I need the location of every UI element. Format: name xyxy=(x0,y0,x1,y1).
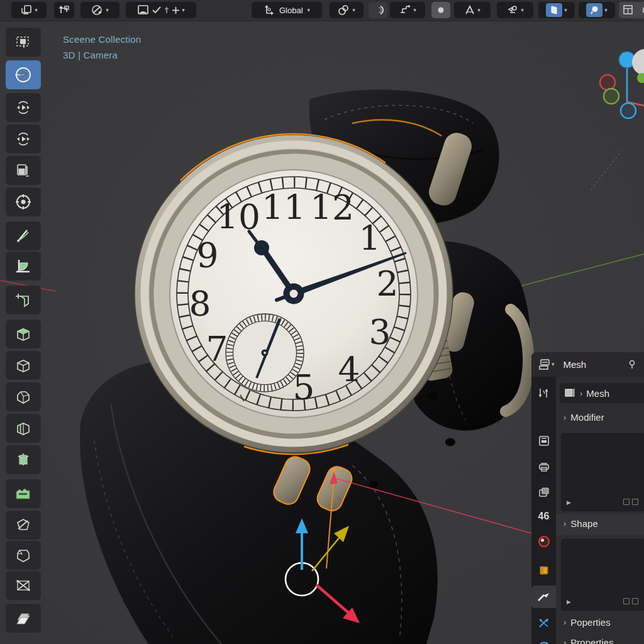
checkmark-icon xyxy=(152,6,162,14)
loop-arrow-icon xyxy=(58,4,70,16)
snap-target-dropdown[interactable]: ▾ xyxy=(390,2,425,18)
tool-rotate[interactable] xyxy=(6,125,41,153)
svg-text:9: 9 xyxy=(197,235,219,275)
transform-orientation-dropdown[interactable]: Global ▾ xyxy=(252,2,322,18)
tool-loop-cut[interactable] xyxy=(6,414,41,443)
tool-annotate[interactable] xyxy=(6,221,41,250)
plus-icon xyxy=(172,6,180,14)
panel-header-modifier[interactable]: › Modifier xyxy=(564,412,604,423)
chevron-down-icon: ▾ xyxy=(106,8,109,13)
mesh-data-icon xyxy=(564,387,576,399)
chevron-down-icon: ▾ xyxy=(477,8,480,13)
editor-type-button[interactable]: ▾ xyxy=(11,2,47,18)
tool-transform[interactable] xyxy=(6,156,41,185)
play-icon[interactable]: ▶ xyxy=(567,599,571,605)
nav-axis-z-neg[interactable] xyxy=(621,103,636,118)
tool-smooth[interactable] xyxy=(6,479,41,508)
magnet-icon xyxy=(372,4,384,16)
pivot-point-dropdown[interactable]: ▾ xyxy=(330,2,364,18)
panel-header-properties-2[interactable]: › Properties xyxy=(564,637,614,644)
chevron-down-icon: ▾ xyxy=(413,8,416,13)
mini-grid-icon xyxy=(632,598,638,604)
falloff-dropdown[interactable]: ▾ xyxy=(454,2,491,18)
show-overlays-dropdown[interactable]: ▾ xyxy=(538,2,575,18)
tool-select-tweak[interactable] xyxy=(6,28,41,57)
chevron-down-icon: ▾ xyxy=(308,8,311,13)
viewport-context-mode: 3D | Camera xyxy=(63,50,118,60)
panel-header-properties-1[interactable]: › Poperties xyxy=(564,617,611,628)
tab-world[interactable] xyxy=(531,530,556,553)
tool-select-circle[interactable] xyxy=(6,60,41,89)
chevron-down-icon: ▾ xyxy=(35,8,38,13)
tool-add-cube[interactable] xyxy=(6,286,41,314)
expand-icon: › xyxy=(564,519,566,528)
svg-text:4: 4 xyxy=(338,350,360,390)
frame-icon xyxy=(137,4,150,16)
tab-scene-number: 46 xyxy=(538,511,550,522)
xray-toggle-active[interactable] xyxy=(586,3,602,17)
xray-sphere-icon xyxy=(589,5,599,15)
toolbar xyxy=(6,28,41,644)
tab-modifier-active[interactable] xyxy=(531,586,556,608)
svg-text:2: 2 xyxy=(377,264,399,304)
modifier-stack-box[interactable]: ▶ xyxy=(561,433,644,511)
tab-constraints[interactable] xyxy=(531,636,556,644)
tool-spin[interactable] xyxy=(6,445,41,474)
overlays-toggle-active[interactable] xyxy=(546,3,562,17)
chevron-down-icon: ▾ xyxy=(352,8,355,13)
xray-toggle-dropdown[interactable]: ▾ xyxy=(579,2,615,18)
tool-shear[interactable] xyxy=(6,604,41,633)
tab-output[interactable] xyxy=(531,456,556,479)
tool-extrude-region[interactable] xyxy=(6,319,41,348)
proportional-dot-icon xyxy=(436,5,446,15)
strap-hole xyxy=(369,481,378,488)
play-icon[interactable]: ▶ xyxy=(567,499,571,506)
tool-move[interactable] xyxy=(6,93,41,122)
tool-poly-build[interactable] xyxy=(6,541,41,570)
select-mode-group[interactable]: ▾ xyxy=(126,2,196,18)
show-gizmo-dropdown[interactable]: ▾ xyxy=(497,2,533,18)
svg-text:8: 8 xyxy=(189,284,211,324)
view-loop-button[interactable] xyxy=(54,2,74,18)
chevron-down-icon: ▾ xyxy=(182,8,185,13)
chevron-down-icon: ▾ xyxy=(564,8,567,13)
properties-tab-strip: 46 xyxy=(531,377,556,644)
chevron-down-icon: ▾ xyxy=(552,362,555,367)
viewport-context-collection: Sceene Collection xyxy=(63,34,141,45)
panel-header-shape-bg[interactable]: › Shape xyxy=(556,514,644,535)
tab-object[interactable] xyxy=(531,559,556,582)
expand-icon: › xyxy=(564,638,566,644)
mini-grid-icon xyxy=(632,499,638,505)
panel-label-properties-1: Poperties xyxy=(570,617,610,628)
tool-measure[interactable] xyxy=(6,252,41,280)
nav-axis-x-neg[interactable] xyxy=(600,75,615,90)
tool-bevel[interactable] xyxy=(6,382,41,411)
tool-knife[interactable] xyxy=(6,511,41,540)
properties-header: ▾ Mesh xyxy=(531,352,644,377)
pin-icon[interactable] xyxy=(628,360,636,370)
tool-inset-faces[interactable] xyxy=(6,351,41,380)
snap-toggle-button[interactable] xyxy=(369,2,387,18)
tab-physics[interactable] xyxy=(531,612,556,635)
tab-render[interactable] xyxy=(531,430,556,452)
shape-keys-box[interactable]: ▶ xyxy=(561,539,644,611)
tab-scene[interactable]: 46 xyxy=(531,505,556,528)
shading-material-icon xyxy=(641,4,644,16)
tab-tool[interactable] xyxy=(531,382,556,404)
nav-axis-y-neg[interactable] xyxy=(604,89,619,104)
orientation-axes-icon xyxy=(264,4,275,16)
shading-material-button[interactable] xyxy=(638,2,644,18)
strap-hole xyxy=(428,392,438,399)
mesh-breadcrumb[interactable]: › Mesh xyxy=(560,383,644,403)
snap-target-icon xyxy=(399,4,411,16)
shading-solid-button[interactable] xyxy=(619,2,638,18)
properties-editor-type-button[interactable]: ▾ xyxy=(538,358,555,371)
blender-window: 12 1 2 3 4 5 7 8 9 10 11 xyxy=(0,0,644,644)
tab-view-layer[interactable] xyxy=(531,481,556,504)
proportional-editing-button[interactable] xyxy=(431,2,450,18)
editor-type-icon xyxy=(20,4,33,16)
tool-annotate-eraser[interactable] xyxy=(6,187,41,216)
tool-edge-slide[interactable] xyxy=(6,571,41,600)
expand-icon: › xyxy=(564,618,566,627)
mode-pencil-button[interactable]: ▾ xyxy=(80,2,119,18)
